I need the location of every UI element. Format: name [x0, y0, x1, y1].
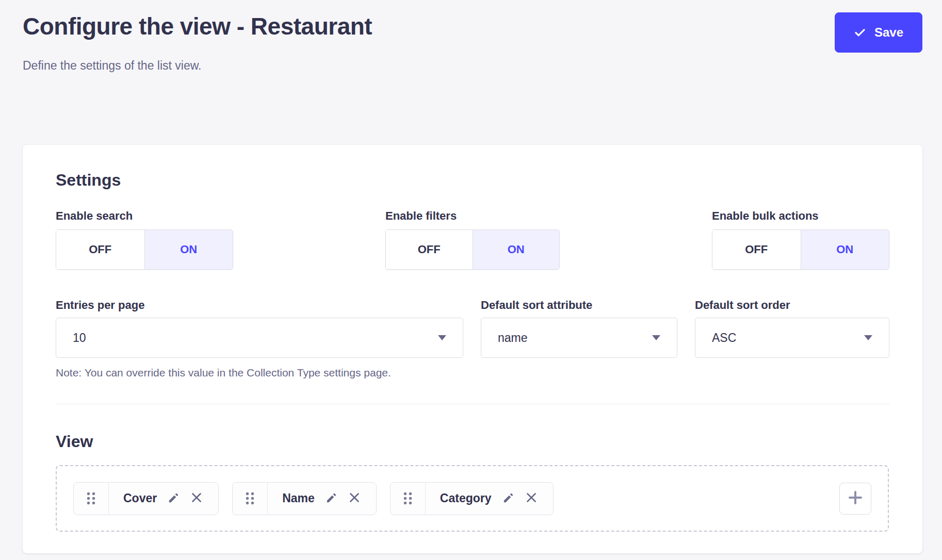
- configure-view-page: Configure the view - Restaurant Save Def…: [0, 0, 942, 560]
- page-title: Configure the view - Restaurant: [23, 12, 372, 41]
- pencil-icon: [168, 492, 180, 505]
- field-drop-zone: Cover: [56, 465, 889, 532]
- remove-field-button[interactable]: [348, 491, 361, 505]
- default-sort-attribute-value: name: [498, 331, 528, 345]
- plus-icon: [847, 489, 864, 508]
- check-icon: [854, 26, 866, 39]
- enable-bulk-actions-field: Enable bulk actions OFF ON: [712, 209, 889, 270]
- enable-filters-off-option[interactable]: OFF: [386, 230, 473, 269]
- caret-down-icon: [438, 335, 446, 340]
- select-row: Entries per page 10 Default sort attribu…: [56, 299, 889, 358]
- entries-per-page-select[interactable]: 10: [56, 318, 463, 358]
- drag-handle-icon[interactable]: [391, 483, 426, 515]
- save-button[interactable]: Save: [835, 12, 922, 53]
- enable-bulk-actions-toggle[interactable]: OFF ON: [712, 229, 889, 270]
- settings-heading: Settings: [56, 171, 889, 190]
- entries-per-page-field: Entries per page 10: [56, 299, 463, 358]
- enable-filters-toggle[interactable]: OFF ON: [385, 229, 560, 270]
- cross-icon: [190, 491, 203, 505]
- settings-card: Settings Enable search OFF ON Enable fil…: [23, 145, 922, 553]
- field-chip-category[interactable]: Category: [390, 482, 554, 515]
- drag-handle-icon[interactable]: [233, 483, 268, 515]
- default-sort-order-label: Default sort order: [695, 299, 889, 312]
- page-header: Configure the view - Restaurant Save Def…: [0, 0, 942, 73]
- cross-icon: [348, 491, 361, 505]
- enable-bulk-actions-off-option[interactable]: OFF: [712, 230, 801, 269]
- field-chip-label: Category: [440, 491, 492, 505]
- enable-search-label: Enable search: [56, 209, 233, 223]
- enable-bulk-actions-on-option[interactable]: ON: [801, 230, 889, 269]
- save-button-label: Save: [874, 25, 903, 40]
- enable-bulk-actions-label: Enable bulk actions: [712, 209, 889, 223]
- enable-filters-field: Enable filters OFF ON: [385, 209, 560, 270]
- default-sort-attribute-field: Default sort attribute name: [481, 299, 677, 358]
- entries-per-page-label: Entries per page: [56, 299, 463, 312]
- field-chip-cover[interactable]: Cover: [73, 482, 219, 515]
- caret-down-icon: [864, 335, 872, 340]
- remove-field-button[interactable]: [525, 491, 538, 505]
- page-subtitle: Define the settings of the list view.: [23, 59, 922, 73]
- default-sort-order-field: Default sort order ASC: [695, 299, 889, 358]
- enable-filters-label: Enable filters: [385, 209, 560, 223]
- enable-search-field: Enable search OFF ON: [56, 209, 233, 270]
- default-sort-attribute-label: Default sort attribute: [481, 299, 677, 312]
- enable-filters-on-option[interactable]: ON: [473, 230, 560, 269]
- entries-per-page-note: Note: You can override this value in the…: [56, 367, 889, 379]
- edit-field-button[interactable]: [326, 492, 337, 505]
- remove-field-button[interactable]: [190, 491, 203, 505]
- default-sort-attribute-select[interactable]: name: [481, 318, 677, 358]
- field-chip-name[interactable]: Name: [232, 482, 377, 515]
- default-sort-order-value: ASC: [712, 331, 736, 345]
- caret-down-icon: [652, 335, 660, 340]
- enable-search-toggle[interactable]: OFF ON: [56, 229, 233, 270]
- edit-field-button[interactable]: [168, 492, 180, 505]
- view-heading: View: [56, 432, 889, 451]
- drag-handle-icon[interactable]: [74, 483, 109, 515]
- edit-field-button[interactable]: [502, 492, 514, 505]
- add-field-button[interactable]: [839, 483, 871, 515]
- entries-per-page-value: 10: [73, 331, 86, 345]
- cross-icon: [525, 491, 538, 505]
- toggle-row: Enable search OFF ON Enable filters OFF …: [56, 209, 889, 270]
- enable-search-on-option[interactable]: ON: [144, 230, 233, 269]
- field-chip-label: Name: [282, 491, 315, 505]
- pencil-icon: [502, 492, 514, 505]
- field-chip-label: Cover: [123, 491, 157, 505]
- enable-search-off-option[interactable]: OFF: [56, 230, 144, 269]
- pencil-icon: [326, 492, 337, 505]
- default-sort-order-select[interactable]: ASC: [695, 318, 889, 358]
- section-divider: [56, 404, 889, 404]
